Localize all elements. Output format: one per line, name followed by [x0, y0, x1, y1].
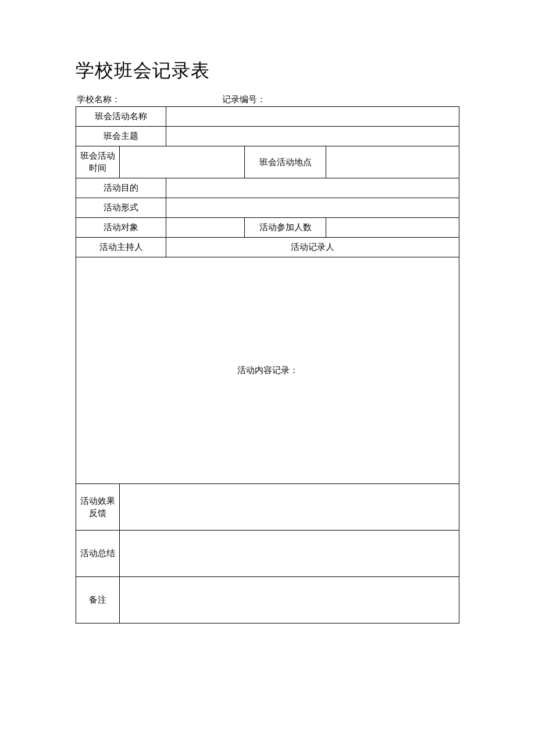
record-table: 班会活动名称 班会主题 班会活动时间 班会活动地点 活动目的 活动形式 活动对象… [76, 106, 459, 624]
value-remark [120, 577, 459, 624]
label-time: 班会活动时间 [76, 146, 120, 178]
form-title: 学校班会记录表 [76, 58, 459, 84]
value-target [166, 218, 245, 238]
label-recorder: 活动记录人 [166, 238, 459, 257]
row-purpose: 活动目的 [76, 178, 459, 198]
label-location: 班会活动地点 [245, 146, 326, 178]
value-form [166, 198, 459, 218]
row-form: 活动形式 [76, 198, 459, 218]
row-theme: 班会主题 [76, 127, 459, 146]
label-remark: 备注 [76, 577, 120, 624]
label-theme: 班会主题 [76, 127, 166, 146]
row-content: 活动内容记录： [76, 257, 459, 484]
value-feedback [120, 484, 459, 531]
row-host-recorder: 活动主持人 活动记录人 [76, 238, 459, 257]
row-target-participants: 活动对象 活动参加人数 [76, 218, 459, 238]
value-theme [166, 127, 459, 146]
label-activity-name: 班会活动名称 [76, 107, 166, 127]
label-host: 活动主持人 [76, 238, 166, 257]
value-summary [120, 531, 459, 577]
row-activity-name: 班会活动名称 [76, 107, 459, 127]
value-participants [326, 218, 459, 238]
row-summary: 活动总结 [76, 531, 459, 577]
row-feedback: 活动效果反馈 [76, 484, 459, 531]
row-remark: 备注 [76, 577, 459, 624]
label-purpose: 活动目的 [76, 178, 166, 198]
label-participants: 活动参加人数 [245, 218, 326, 238]
value-location [326, 146, 459, 178]
label-target: 活动对象 [76, 218, 166, 238]
label-form: 活动形式 [76, 198, 166, 218]
record-number-label: 记录编号： [222, 94, 266, 105]
label-content: 活动内容记录： [76, 257, 459, 484]
meta-row: 学校名称： 记录编号： [76, 94, 459, 105]
row-time-location: 班会活动时间 班会活动地点 [76, 146, 459, 178]
value-purpose [166, 178, 459, 198]
value-activity-name [166, 107, 459, 127]
school-name-label: 学校名称： [77, 94, 222, 105]
value-time [120, 146, 245, 178]
label-summary: 活动总结 [76, 531, 120, 577]
label-feedback: 活动效果反馈 [76, 484, 120, 531]
document-page: 学校班会记录表 学校名称： 记录编号： 班会活动名称 班会主题 班会活动时间 班… [0, 0, 535, 624]
